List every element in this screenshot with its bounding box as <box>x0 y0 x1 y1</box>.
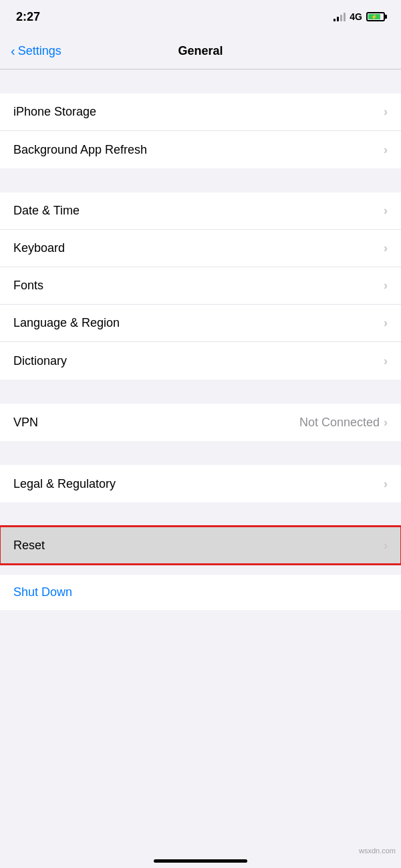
status-bar: 2:27 4G ⚡ <box>0 0 401 33</box>
language-region-label: Language & Region <box>13 316 120 330</box>
signal-bar-4 <box>344 13 346 21</box>
section-divider-4 <box>0 441 401 465</box>
signal-bar-1 <box>333 19 336 21</box>
battery-fill: ⚡ <box>368 14 380 19</box>
vpn-value: Not Connected <box>299 416 380 430</box>
date-group: Date & Time › Keyboard › Fonts › Languag… <box>0 192 401 380</box>
date-time-label: Date & Time <box>13 204 80 218</box>
background-app-refresh-label: Background App Refresh <box>13 143 147 157</box>
status-icons: 4G ⚡ <box>333 11 385 22</box>
legal-regulatory-right: › <box>384 477 388 491</box>
shut-down-section: Shut Down <box>0 575 401 610</box>
fonts-item[interactable]: Fonts › <box>0 267 401 305</box>
page-title: General <box>178 44 223 58</box>
home-indicator <box>154 859 247 863</box>
reset-label: Reset <box>13 539 45 553</box>
signal-bars-icon <box>333 12 346 21</box>
signal-bar-2 <box>337 17 339 21</box>
nav-bar: ‹ Settings General <box>0 33 401 69</box>
fonts-right: › <box>384 279 388 293</box>
dictionary-chevron-icon: › <box>384 354 388 368</box>
back-button[interactable]: ‹ Settings <box>11 44 61 58</box>
keyboard-label: Keyboard <box>13 241 65 255</box>
section-divider-6 <box>0 564 401 575</box>
background-app-refresh-chevron-icon: › <box>384 143 388 157</box>
vpn-group: VPN Not Connected › <box>0 404 401 441</box>
dictionary-item[interactable]: Dictionary › <box>0 342 401 380</box>
keyboard-chevron-icon: › <box>384 241 388 255</box>
language-region-chevron-icon: › <box>384 316 388 330</box>
back-chevron-icon: ‹ <box>11 44 15 57</box>
date-time-right: › <box>384 204 388 218</box>
legal-regulatory-item[interactable]: Legal & Regulatory › <box>0 465 401 502</box>
battery-body: ⚡ <box>366 12 385 21</box>
shut-down-button[interactable]: Shut Down <box>13 585 72 599</box>
section-divider-2 <box>0 168 401 192</box>
vpn-right: Not Connected › <box>299 416 388 430</box>
keyboard-item[interactable]: Keyboard › <box>0 230 401 267</box>
date-time-chevron-icon: › <box>384 204 388 218</box>
date-time-item[interactable]: Date & Time › <box>0 192 401 230</box>
storage-group: iPhone Storage › Background App Refresh … <box>0 94 401 168</box>
section-divider-3 <box>0 380 401 404</box>
network-label: 4G <box>350 11 362 22</box>
battery-icon: ⚡ <box>366 12 385 21</box>
background-app-refresh-item[interactable]: Background App Refresh › <box>0 131 401 168</box>
dictionary-right: › <box>384 354 388 368</box>
legal-regulatory-chevron-icon: › <box>384 477 388 491</box>
battery-charging-icon: ⚡ <box>371 14 378 20</box>
reset-right: › <box>384 539 388 553</box>
vpn-item[interactable]: VPN Not Connected › <box>0 404 401 441</box>
watermark: wsxdn.com <box>359 847 396 855</box>
reset-group: Reset › <box>0 527 401 564</box>
language-region-right: › <box>384 316 388 330</box>
language-region-item[interactable]: Language & Region › <box>0 305 401 342</box>
vpn-label: VPN <box>13 416 38 430</box>
iphone-storage-right: › <box>384 105 388 119</box>
iphone-storage-chevron-icon: › <box>384 105 388 119</box>
iphone-storage-label: iPhone Storage <box>13 105 96 119</box>
fonts-label: Fonts <box>13 279 43 293</box>
iphone-storage-item[interactable]: iPhone Storage › <box>0 94 401 131</box>
legal-group: Legal & Regulatory › <box>0 465 401 502</box>
status-time: 2:27 <box>16 10 40 24</box>
background-app-refresh-right: › <box>384 143 388 157</box>
legal-regulatory-label: Legal & Regulatory <box>13 477 116 491</box>
section-divider-5 <box>0 502 401 527</box>
dictionary-label: Dictionary <box>13 354 67 368</box>
reset-item[interactable]: Reset › <box>0 527 401 564</box>
signal-bar-3 <box>340 15 342 21</box>
vpn-chevron-icon: › <box>384 416 388 430</box>
reset-chevron-icon: › <box>384 539 388 553</box>
back-label: Settings <box>18 44 61 58</box>
keyboard-right: › <box>384 241 388 255</box>
section-divider-1 <box>0 69 401 94</box>
fonts-chevron-icon: › <box>384 279 388 293</box>
